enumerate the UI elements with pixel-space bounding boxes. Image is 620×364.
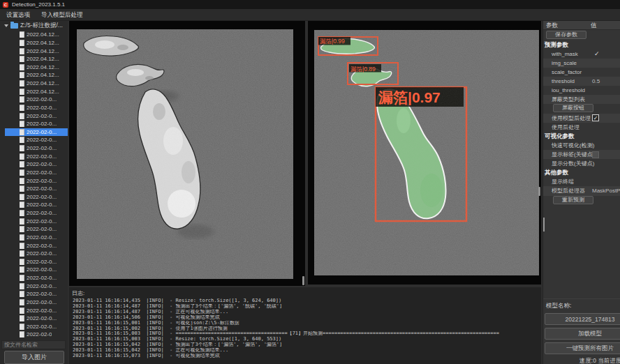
param-row[interactable]: with_mask✓	[543, 50, 620, 59]
image-viewer-original[interactable]	[69, 21, 305, 286]
file-icon	[20, 259, 24, 265]
tree-item-label: 2022.04.12...	[27, 80, 59, 86]
tree-item[interactable]: 2022-02-0	[5, 331, 68, 339]
panel-scrollbar[interactable]	[543, 218, 545, 232]
tree-item[interactable]: 2022-02-0...	[5, 234, 68, 242]
param-row[interactable]: threshold0.5	[543, 77, 620, 86]
model-name-button[interactable]: 20221225_174813	[545, 313, 620, 325]
tree-item[interactable]: 2022-02-0...	[5, 112, 68, 120]
tree-item[interactable]: 2022-02-0...	[5, 298, 68, 307]
param-button[interactable]: 屏蔽按钮	[553, 104, 593, 112]
tree-item[interactable]: 2022-02-0...	[5, 144, 68, 153]
tree-item[interactable]: 2022.04.12...	[5, 31, 68, 39]
file-icon	[20, 40, 24, 46]
param-row[interactable]: img_scale	[543, 59, 620, 68]
file-icon	[20, 218, 24, 225]
viewer-scrollbar[interactable]	[538, 187, 540, 196]
param-label: 屏蔽类型列表	[552, 96, 585, 103]
tree-item[interactable]: 2022-02-0...	[5, 282, 68, 290]
tree-item[interactable]: 2022.04.12...	[5, 79, 68, 88]
log-line: 2023-01-11 16:16:14,506 |INFO| - 可视化预测结果…	[69, 315, 541, 321]
tree-item[interactable]: 2022-02-0...	[5, 193, 68, 202]
tree-item[interactable]: 2022.04.12...	[5, 63, 68, 72]
log-line: 2023-01-11 16:16:15,002 |INFO| - 使用了1张图片…	[69, 326, 541, 332]
tree-item[interactable]: 2022-02-0...	[5, 120, 68, 128]
tree-item[interactable]: 2022-02-0...	[5, 217, 68, 225]
tree-item[interactable]: 2022-02-0...	[5, 209, 68, 218]
tree-item[interactable]: 2022-02-0...	[5, 152, 68, 160]
viewer-scrollbar[interactable]	[302, 276, 304, 285]
tree-item[interactable]: 2022.04.12...	[5, 47, 68, 55]
menu-item[interactable]: 设置选项	[0, 9, 36, 21]
model-section: 模型名称: 20221225_174813 加载模型 一键预测所有图片 速度:0…	[543, 298, 620, 364]
file-icon	[20, 137, 24, 143]
file-icon	[20, 96, 24, 103]
log-panel[interactable]: 日志: 2023-01-11 16:16:14,435 |INFO| - Res…	[69, 287, 541, 364]
predict-all-button[interactable]: 一键预测所有图片	[545, 342, 620, 354]
param-row[interactable]: 显示终端	[543, 177, 620, 186]
tree-item-label: 2022-02-0...	[27, 299, 57, 305]
tree-item[interactable]: 2022-02-0...	[5, 225, 68, 234]
tree-item-label: 2022.04.12...	[27, 64, 59, 70]
param-button[interactable]: 保存参数	[546, 31, 586, 39]
tree-item[interactable]: 2022-02-0...	[5, 104, 68, 112]
log-line: 2023-01-11 16:16:15,073 |INFO| - 可视化预测结果…	[69, 354, 541, 359]
filename-search-input[interactable]	[1, 340, 66, 349]
tree-item[interactable]: 2022.04.12...	[5, 39, 68, 47]
tree-item-label: 2022-02-0...	[27, 153, 57, 160]
tree-item-label: 2022-02-0...	[27, 137, 57, 143]
tree-item[interactable]: 2022-02-0...	[5, 290, 68, 298]
param-row[interactable]: 模型后处理器MaskPostPro	[543, 186, 620, 195]
tree-item[interactable]: 2022-02-0...	[5, 128, 68, 137]
file-icon	[20, 31, 24, 38]
tree-item[interactable]: 2022-02-0...	[5, 323, 68, 331]
load-model-button[interactable]: 加载模型	[545, 328, 620, 340]
param-row[interactable]: 显示标签(关键点)	[543, 150, 620, 159]
tree-item-label: 2022-02-0...	[27, 259, 57, 265]
titlebar: C Detection_2023.1.5.1	[0, 0, 620, 9]
param-row[interactable]: scale_factor	[543, 68, 620, 77]
param-row[interactable]: 显示分数(关键点)	[543, 159, 620, 168]
image-viewer-prediction[interactable]: 漏箔|0.99 漏箔|0.89 漏箔|0.97	[308, 21, 541, 285]
tree-item[interactable]: 2022-02-0...	[5, 160, 68, 169]
param-row[interactable]: iou_threshold	[543, 86, 620, 95]
tree-item[interactable]: 2022-02-0...	[5, 250, 68, 258]
checkbox-empty[interactable]	[592, 151, 599, 158]
log-line: 2023-01-11 16:16:15,042 |INFO| - 正在可视化预测…	[69, 348, 541, 354]
param-row[interactable]: 屏蔽类型列表	[543, 95, 620, 104]
param-label: iou_threshold	[552, 87, 585, 93]
tree-item[interactable]: 2022-02-0...	[5, 241, 68, 250]
param-label: 使用后处理	[552, 124, 580, 130]
checkbox-checked[interactable]: ✓	[592, 114, 599, 121]
param-button[interactable]: 重新预测	[553, 196, 593, 204]
tree-item-label: 2022-02-0...	[27, 113, 57, 119]
tree-item-label: 2022-02-0...	[27, 243, 57, 249]
tree-item[interactable]: 2022-02-0...	[5, 314, 68, 323]
param-row[interactable]: 使用后处理	[543, 123, 620, 132]
file-icon	[20, 194, 24, 200]
log-line: 2023-01-11 16:16:14,435 |INFO| - Resize:…	[69, 298, 541, 304]
tree-item[interactable]: 2022-02-0...	[5, 176, 68, 185]
tree-item[interactable]: 2022.04.12...	[5, 87, 68, 96]
menu-item[interactable]: 导入模型后处理	[36, 9, 89, 21]
param-row[interactable]: 使用模型后处理✓	[543, 114, 620, 123]
tree-item[interactable]: 2022.04.12...	[5, 71, 68, 79]
tree-root-folder[interactable]: Z:/5-标注数据/...	[0, 21, 68, 30]
tree-item-label: 2022-02-0...	[27, 324, 57, 330]
tree-item[interactable]: 2022-02-0...	[5, 185, 68, 193]
tree-item[interactable]: 2022-02-0...	[5, 96, 68, 104]
param-label: img_scale	[552, 60, 577, 66]
import-images-button[interactable]: 导入图片	[4, 351, 64, 364]
tree-item[interactable]: 2022-02-0...	[5, 169, 68, 177]
tree-item[interactable]: 2022-02-0...	[5, 306, 68, 314]
tree-item[interactable]: 2022-02-0...	[5, 201, 68, 209]
tree-item[interactable]: 2022.04.12...	[5, 55, 68, 63]
tree-item[interactable]: 2022-02-0...	[5, 136, 68, 144]
param-label: 显示分数(关键点)	[552, 160, 594, 167]
log-line: 2023-01-11 16:16:15,003 |INFO| - =======…	[69, 331, 541, 337]
tree-item[interactable]: 2022-02-0...	[5, 274, 68, 282]
tree-item[interactable]: 2022-02-0...	[5, 258, 68, 266]
param-row[interactable]: 快速可视化(检测)	[543, 141, 620, 150]
param-section-header: 其他参数	[543, 168, 620, 177]
tree-item[interactable]: 2022-02-0...	[5, 266, 68, 274]
